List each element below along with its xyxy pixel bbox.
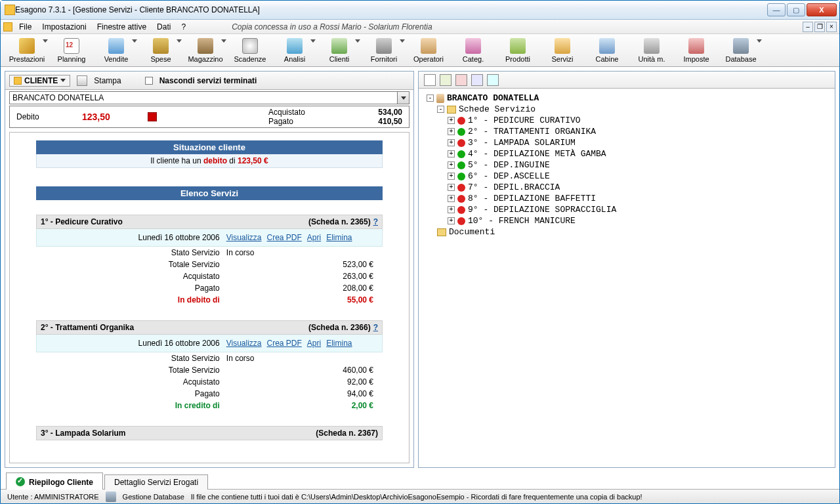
- toolbar-prestazioni[interactable]: Prestazioni: [5, 35, 49, 66]
- maximize-button[interactable]: ▢: [787, 3, 805, 16]
- minimize-button[interactable]: —: [767, 3, 786, 16]
- kv-value: 55,00 €: [226, 295, 379, 304]
- help-icon[interactable]: ?: [373, 323, 378, 332]
- expand-icon[interactable]: +: [448, 150, 455, 158]
- toolbar-fornitori[interactable]: Fornitori: [362, 35, 406, 66]
- toolbar-operatori[interactable]: Operatori: [406, 35, 451, 66]
- services-scroll-panel[interactable]: Situazione cliente Il cliente ha un debi…: [9, 132, 410, 463]
- chevron-down-icon: [60, 79, 66, 82]
- cliente-dropdown-button[interactable]: CLIENTE: [9, 75, 70, 87]
- stampa-label[interactable]: Stampa: [94, 76, 121, 85]
- tab-riepilogo[interactable]: Riepilogo Cliente: [6, 472, 103, 490]
- close-button[interactable]: X: [807, 3, 837, 16]
- link-elimina[interactable]: Elimina: [326, 233, 352, 242]
- expand-icon[interactable]: +: [448, 184, 455, 191]
- toolbar-scadenze[interactable]: Scadenze: [228, 35, 272, 66]
- expand-icon[interactable]: +: [448, 195, 455, 202]
- service-block: 1° - Pedicure Curativo(Scheda n. 2365) ?…: [36, 215, 383, 306]
- kv-value: 92,00 €: [226, 377, 379, 387]
- mdi-restore-button[interactable]: ❐: [814, 22, 825, 32]
- service-kv-row: Pagato94,00 €: [36, 388, 383, 400]
- toolbar-categ[interactable]: Categ.: [451, 35, 495, 66]
- collapse-icon[interactable]: -: [427, 94, 434, 102]
- link-elimina[interactable]: Elimina: [326, 339, 352, 348]
- tree-item[interactable]: + 7° - DEPIL.BRACCIA: [424, 182, 830, 193]
- tree-item[interactable]: + 4° - DEPILAZIONE METÀ GAMBA: [424, 148, 830, 159]
- printer-icon[interactable]: [77, 75, 87, 86]
- toolbar-unitm[interactable]: Unità m.: [629, 35, 674, 66]
- tool-doc-icon[interactable]: [440, 74, 452, 86]
- expand-icon[interactable]: +: [448, 161, 455, 169]
- expand-icon[interactable]: +: [448, 117, 455, 124]
- status-db-label[interactable]: Gestione Database: [123, 493, 184, 501]
- database-icon[interactable]: [106, 492, 116, 502]
- tool-expand-icon[interactable]: [487, 74, 499, 86]
- toolbar-cabine[interactable]: Cabine: [585, 35, 629, 66]
- tool-refresh-icon[interactable]: [471, 74, 483, 86]
- link-apri[interactable]: Apri: [307, 339, 321, 348]
- menu-finestreattive[interactable]: Finestre attive: [92, 21, 152, 33]
- link-crea pdf[interactable]: Crea PDF: [267, 339, 302, 348]
- tool-delete-icon[interactable]: [455, 74, 467, 86]
- tree-item[interactable]: + 6° - DEP.ASCELLE: [424, 171, 830, 182]
- menu-dati[interactable]: Dati: [152, 21, 176, 33]
- tree-item[interactable]: + 10° - FRENCH MANICURE: [424, 215, 830, 226]
- kv-label: In credito di: [40, 401, 226, 410]
- toolbar-database[interactable]: Database: [719, 35, 763, 66]
- toolbar-icon: [108, 38, 124, 54]
- expand-icon[interactable]: +: [448, 139, 455, 146]
- kv-label: Totale Servizio: [40, 366, 226, 375]
- client-combo-dropdown[interactable]: [398, 91, 410, 104]
- link-crea pdf[interactable]: Crea PDF: [267, 233, 302, 242]
- expand-icon[interactable]: +: [448, 173, 455, 180]
- service-kv-row: In debito di55,00 €: [36, 294, 383, 306]
- toolbar-imposte[interactable]: Imposte: [674, 35, 719, 66]
- toolbar-label: Clienti: [329, 55, 350, 63]
- menu-[interactable]: ?: [176, 21, 191, 33]
- hide-finished-checkbox[interactable]: [145, 77, 153, 85]
- toolbar-clienti[interactable]: Clienti: [317, 35, 362, 66]
- expand-icon[interactable]: +: [448, 206, 455, 213]
- toolbar-planning[interactable]: Planning: [49, 35, 94, 66]
- expand-icon[interactable]: +: [448, 128, 455, 135]
- help-icon[interactable]: ?: [373, 217, 378, 226]
- mdi-close-button[interactable]: ×: [826, 22, 837, 32]
- mdi-minimize-button[interactable]: –: [803, 22, 813, 32]
- tree-item[interactable]: + 2° - TRATTAMENTI ORGANIKA: [424, 126, 830, 137]
- status-dot-icon: [457, 117, 465, 125]
- toolbar-analisi[interactable]: Analisi: [272, 35, 317, 66]
- toolbar-servizi[interactable]: Servizi: [540, 35, 585, 66]
- toolbar-spese[interactable]: Spese: [138, 35, 183, 66]
- tab-dettaglio[interactable]: Dettaglio Servizi Erogati: [104, 474, 208, 490]
- tree-item[interactable]: + 3° - LAMPADA SOLARIUM: [424, 137, 830, 148]
- tree-item[interactable]: + 5° - DEP.INGUINE: [424, 159, 830, 171]
- tree-item[interactable]: + 8° - DEPILAZIONE BAFFETTI: [424, 193, 830, 204]
- tree-documenti[interactable]: Documenti: [424, 226, 830, 238]
- tree-root[interactable]: - BRANCATO DONATELLA: [424, 93, 830, 104]
- link-visualizza[interactable]: Visualizza: [226, 339, 262, 348]
- menu-file[interactable]: File: [14, 21, 37, 33]
- expand-icon[interactable]: +: [448, 217, 455, 224]
- status-dot-icon: [457, 184, 465, 192]
- menu-impostazioni[interactable]: Impostazioni: [37, 21, 91, 33]
- toolbar-prodotti[interactable]: Prodotti: [495, 35, 540, 66]
- toolbar-icon: [421, 38, 436, 54]
- kv-label: Stato Servizio: [40, 248, 226, 257]
- link-apri[interactable]: Apri: [307, 233, 321, 242]
- client-combobox: [9, 91, 410, 104]
- collapse-icon[interactable]: -: [437, 106, 444, 113]
- menubar: FileImpostazioniFinestre attiveDati? Cop…: [1, 20, 839, 34]
- client-name-input[interactable]: [9, 91, 398, 104]
- acquistato-value: 534,00: [350, 108, 402, 117]
- toolbar-icon: [510, 38, 526, 54]
- toolbar-vendite[interactable]: Vendite: [94, 35, 138, 66]
- services-tree[interactable]: - BRANCATO DONATELLA- Schede Servizio+ 1…: [419, 89, 835, 467]
- link-visualizza[interactable]: Visualizza: [226, 233, 262, 242]
- tree-item[interactable]: + 9° - DEPILAZIONE SOPRACCIGLIA: [424, 204, 830, 215]
- tree-item[interactable]: + 1° - PEDICURE CURATIVO: [424, 115, 830, 126]
- toolbar-magazzino[interactable]: Magazzino: [183, 35, 228, 66]
- tool-new-icon[interactable]: [424, 74, 436, 86]
- kv-value: 460,00 €: [226, 366, 379, 375]
- tree-schede[interactable]: - Schede Servizio: [424, 104, 830, 115]
- toolbar-icon: [599, 38, 615, 54]
